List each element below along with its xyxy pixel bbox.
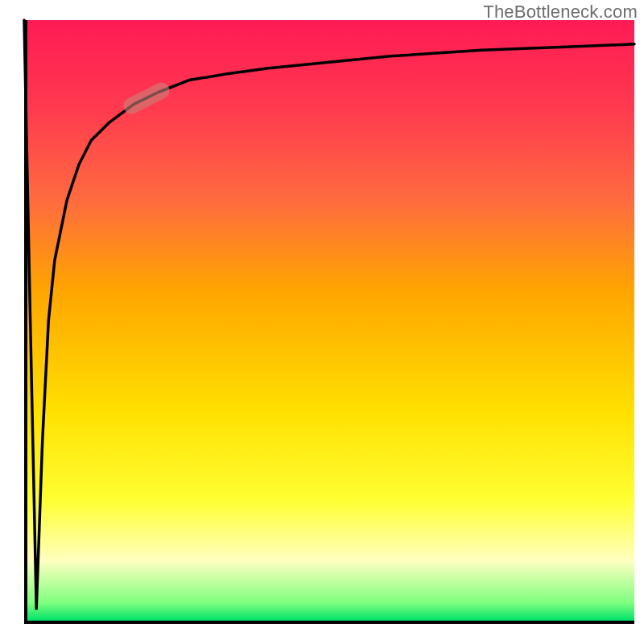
x-axis	[24, 621, 634, 624]
source-watermark: TheBottleneck.com	[483, 2, 638, 23]
bottleneck-curve	[24, 20, 634, 621]
chart-container: TheBottleneck.com	[0, 0, 644, 644]
